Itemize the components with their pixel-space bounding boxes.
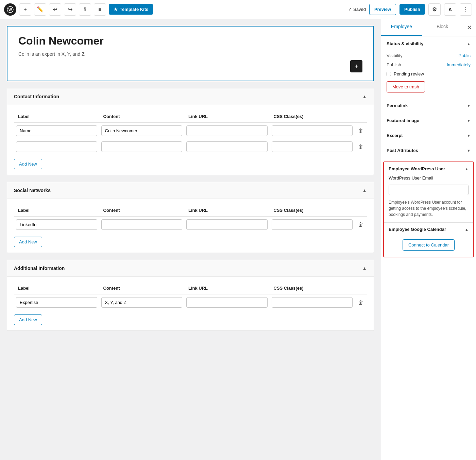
wp-user-email-input[interactable] bbox=[389, 185, 469, 195]
social-row1-link-input[interactable] bbox=[186, 219, 268, 230]
main-content: Colin is an expert in X, Y, and Z + Cont… bbox=[0, 19, 381, 460]
contact-row2-link-input[interactable] bbox=[186, 141, 268, 152]
contact-row2-delete-button[interactable]: 🗑 bbox=[357, 142, 365, 151]
publish-button[interactable]: Publish bbox=[400, 4, 425, 15]
chevron-down-icon: ▼ bbox=[467, 119, 471, 123]
additional-section-header: Additional Information ▲ bbox=[7, 260, 374, 277]
add-block-button[interactable]: ＋ bbox=[19, 3, 31, 16]
contact-section-toggle[interactable]: ▲ bbox=[362, 94, 367, 99]
tab-employee[interactable]: Employee bbox=[381, 19, 422, 36]
employee-google-calendar-title: Employee Google Calendar bbox=[389, 227, 446, 232]
permalink-header[interactable]: Permalink ▼ bbox=[381, 98, 476, 113]
add-block-inline-button[interactable]: + bbox=[350, 60, 362, 72]
contact-add-new-button[interactable]: Add New bbox=[14, 159, 42, 169]
additional-row1-link-input[interactable] bbox=[186, 297, 268, 308]
sidebar-close-button[interactable]: ✕ bbox=[463, 19, 476, 36]
redo-button[interactable]: ↪ bbox=[64, 3, 76, 16]
featured-image-header[interactable]: Featured image ▼ bbox=[381, 113, 476, 128]
contact-table: Label Content Link URL CSS Class(es) bbox=[14, 110, 367, 155]
contact-row1-label-input[interactable] bbox=[16, 125, 97, 136]
astra-button[interactable]: A bbox=[444, 3, 456, 16]
additional-add-new-button[interactable]: Add New bbox=[14, 314, 42, 325]
post-attributes-header[interactable]: Post Attributes ▼ bbox=[381, 143, 476, 158]
social-section-header: Social Networks ▲ bbox=[7, 182, 374, 199]
chevron-down-icon: ▼ bbox=[467, 104, 471, 108]
ellipsis-icon: ⋮ bbox=[463, 6, 469, 13]
publish-meta-label: Publish bbox=[387, 62, 401, 67]
employee-google-calendar-header[interactable]: Employee Google Calendar ▲ bbox=[384, 223, 473, 236]
additional-row1-content-input[interactable] bbox=[101, 297, 183, 308]
sidebar-tabs: Employee Block ✕ bbox=[381, 19, 476, 36]
info-icon: ℹ bbox=[84, 6, 86, 13]
contact-information-section: Contact Information ▲ Label Content Link… bbox=[7, 88, 374, 175]
contact-row2-content-input[interactable] bbox=[101, 141, 183, 152]
contact-row1-link-input[interactable] bbox=[186, 125, 268, 136]
additional-content-header: Content bbox=[99, 282, 185, 294]
editor-area: Colin is an expert in X, Y, and Z + bbox=[7, 26, 374, 81]
chevron-up-icon: ▲ bbox=[465, 167, 469, 171]
pending-review-checkbox[interactable] bbox=[387, 72, 391, 76]
social-row1-content-input[interactable] bbox=[101, 219, 183, 230]
table-row: 🗑 bbox=[14, 217, 367, 233]
move-to-trash-button[interactable]: Move to trash bbox=[387, 81, 425, 92]
contact-row1-delete-button[interactable]: 🗑 bbox=[357, 126, 365, 135]
social-table: Label Content Link URL CSS Class(es) bbox=[14, 204, 367, 233]
wp-logo-icon[interactable]: W bbox=[4, 3, 16, 16]
additional-row1-css-input[interactable] bbox=[272, 297, 353, 308]
template-kits-button[interactable]: ★ Template Kits bbox=[109, 4, 153, 15]
additional-row1-label-input[interactable] bbox=[16, 297, 97, 308]
permalink-panel: Permalink ▼ bbox=[381, 98, 476, 113]
social-row1-css-input[interactable] bbox=[272, 219, 353, 230]
page-layout: Colin is an expert in X, Y, and Z + Cont… bbox=[0, 19, 476, 460]
excerpt-header[interactable]: Excerpt ▼ bbox=[381, 128, 476, 143]
pending-review-row: Pending review bbox=[387, 69, 471, 79]
status-visibility-body: Visibility Public Publish Immediately Pe… bbox=[381, 51, 476, 98]
publish-meta-value[interactable]: Immediately bbox=[447, 62, 471, 67]
checkmark-icon: ✓ bbox=[348, 7, 352, 12]
table-row: 🗑 bbox=[14, 139, 367, 155]
tab-block[interactable]: Block bbox=[422, 19, 463, 36]
more-options-button[interactable]: ⋮ bbox=[460, 3, 472, 16]
contact-row2-label-input[interactable] bbox=[16, 141, 97, 152]
contact-label-header: Label bbox=[14, 110, 99, 123]
employee-google-calendar-body: Connect to Calendar bbox=[384, 239, 473, 257]
undo-icon: ↩ bbox=[53, 6, 57, 13]
details-button[interactable]: ℹ bbox=[79, 3, 91, 16]
pending-review-label[interactable]: Pending review bbox=[394, 71, 424, 76]
undo-button[interactable]: ↩ bbox=[49, 3, 61, 16]
preview-button[interactable]: Preview bbox=[369, 4, 396, 15]
wp-user-helper-text: Employee's WordPress User account for ge… bbox=[389, 199, 469, 218]
settings-button[interactable]: ⚙ bbox=[428, 3, 441, 16]
additional-row1-delete-button[interactable]: 🗑 bbox=[357, 298, 365, 307]
employee-name-input[interactable] bbox=[18, 35, 362, 47]
post-attributes-title: Post Attributes bbox=[387, 148, 418, 153]
additional-section-toggle[interactable]: ▲ bbox=[362, 266, 367, 271]
tools-button[interactable]: ✏️ bbox=[34, 3, 46, 16]
social-row1-delete-button[interactable]: 🗑 bbox=[357, 220, 365, 229]
employee-wp-user-body: WordPress User Email Employee's WordPres… bbox=[384, 175, 473, 222]
contact-row2-css-input[interactable] bbox=[272, 141, 353, 152]
social-label-header: Label bbox=[14, 204, 99, 217]
social-section-toggle[interactable]: ▲ bbox=[362, 188, 367, 193]
employee-wp-user-header[interactable]: Employee WordPress User ▲ bbox=[384, 162, 473, 175]
connect-to-calendar-button[interactable]: Connect to Calendar bbox=[403, 239, 455, 251]
chevron-down-icon: ▼ bbox=[467, 149, 471, 153]
post-attributes-panel: Post Attributes ▼ bbox=[381, 143, 476, 158]
additional-section-title: Additional Information bbox=[14, 266, 65, 271]
list-view-button[interactable]: ≡ bbox=[94, 3, 106, 16]
contact-section-header: Contact Information ▲ bbox=[7, 88, 374, 105]
contact-row1-content-input[interactable] bbox=[101, 125, 183, 136]
additional-information-section: Additional Information ▲ Label Content L… bbox=[7, 260, 374, 331]
visibility-row: Visibility Public bbox=[387, 51, 471, 60]
social-row1-label-input[interactable] bbox=[16, 219, 97, 230]
pencil-icon: ✏️ bbox=[37, 6, 44, 13]
astra-icon: A bbox=[448, 7, 452, 12]
status-visibility-header[interactable]: Status & visibility ▲ bbox=[381, 36, 476, 51]
visibility-value[interactable]: Public bbox=[459, 53, 471, 58]
contact-row1-css-input[interactable] bbox=[272, 125, 353, 136]
svg-text:W: W bbox=[8, 7, 12, 12]
featured-image-panel: Featured image ▼ bbox=[381, 113, 476, 128]
additional-section-body: Label Content Link URL CSS Class(es) bbox=[7, 277, 374, 330]
additional-css-class-header: CSS Class(es) bbox=[270, 282, 355, 294]
social-add-new-button[interactable]: Add New bbox=[14, 237, 42, 247]
